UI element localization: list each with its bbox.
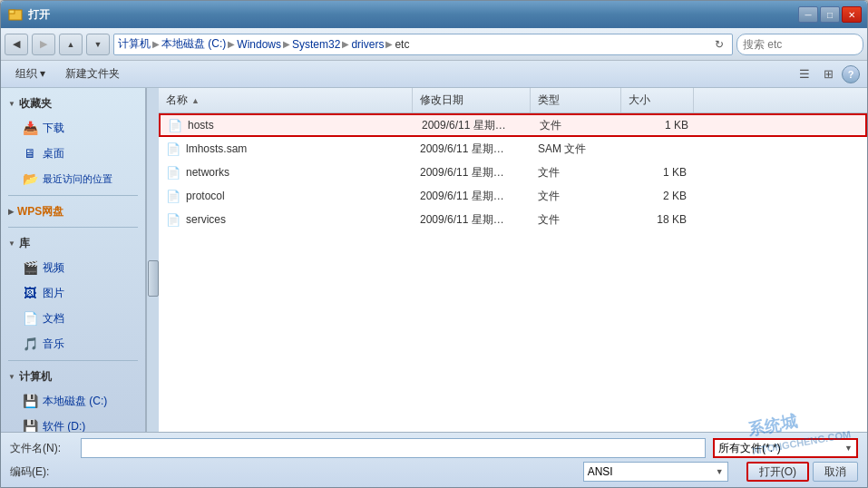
file-cell-date: 2009/6/11 星期…: [413, 208, 531, 231]
file-cell-size: 18 KB: [621, 208, 694, 231]
wps-header[interactable]: ▶ WPS网盘: [1, 200, 145, 223]
sidebar-divider-2: [8, 227, 138, 228]
filename-label: 文件名(N):: [10, 441, 73, 456]
wps-label: WPS网盘: [17, 204, 63, 220]
breadcrumb-current: etc: [395, 38, 409, 51]
title-text: 打开: [28, 7, 50, 23]
open-button[interactable]: 打开(O): [746, 462, 809, 482]
file-row[interactable]: 📄 networks 2009/6/11 星期… 文件 1 KB: [159, 161, 867, 184]
video-icon: 🎬: [23, 260, 37, 275]
file-cell-type: 文件: [531, 208, 621, 231]
sidebar-item-docs[interactable]: 📄 文档: [1, 306, 145, 331]
organize-toolbar: 组织 ▾ 新建文件夹 ☰ ⊞ ?: [1, 61, 867, 88]
file-cell-type: 文件: [531, 184, 621, 208]
file-name: protocol: [186, 190, 225, 202]
sidebar-item-docs-label: 文档: [43, 311, 64, 327]
back-button[interactable]: ◀: [5, 34, 28, 55]
up-button[interactable]: ▲: [59, 34, 83, 55]
file-cell-size: 2 KB: [621, 184, 694, 208]
file-row[interactable]: 📄 protocol 2009/6/11 星期… 文件 2 KB: [159, 184, 867, 208]
sidebar-scroll-thumb[interactable]: [148, 260, 159, 297]
maximize-button[interactable]: □: [820, 6, 840, 23]
sidebar-item-d-drive[interactable]: 💾 软件 (D:): [1, 414, 145, 432]
file-cell-date: 2009/6/11 星期…: [414, 115, 532, 135]
col-header-size[interactable]: 大小: [621, 88, 694, 112]
desktop-icon: 🖥: [23, 146, 37, 161]
computer-header[interactable]: ▼ 计算机: [1, 365, 145, 388]
file-cell-date: 2009/6/11 星期…: [413, 184, 531, 208]
favorites-header[interactable]: ▼ 收藏夹: [1, 92, 145, 115]
filetype-dropdown[interactable]: 所有文件(*.*) ▼: [713, 438, 858, 458]
encoding-dropdown[interactable]: ANSI ▼: [583, 462, 728, 482]
file-name: lmhosts.sam: [186, 142, 247, 155]
file-name: networks: [186, 166, 229, 179]
col-header-date[interactable]: 修改日期: [413, 88, 531, 112]
file-cell-name: 📄 hosts: [161, 115, 414, 135]
breadcrumb-drivers[interactable]: drivers: [351, 38, 384, 51]
minimize-button[interactable]: ─: [798, 6, 818, 23]
sidebar-item-desktop[interactable]: 🖥 桌面: [1, 141, 145, 166]
main-content: ▼ 收藏夹 📥 下载 🖥 桌面 📂 最近访问的位置: [1, 88, 867, 432]
forward-button[interactable]: ▶: [32, 34, 55, 55]
view-toggle-button[interactable]: ⊞: [818, 64, 838, 84]
sidebar-item-recent[interactable]: 📂 最近访问的位置: [1, 166, 145, 191]
wps-triangle: ▶: [8, 208, 14, 216]
sidebar-item-downloads-label: 下载: [43, 121, 64, 136]
encoding-label: 编码(E):: [10, 464, 73, 480]
refresh-button[interactable]: ↻: [710, 35, 728, 54]
filetype-dropdown-arrow: ▼: [844, 444, 853, 453]
file-row[interactable]: 📄 lmhosts.sam 2009/6/11 星期… SAM 文件: [159, 137, 867, 161]
breadcrumb-drive[interactable]: 本地磁盘 (C:): [161, 36, 226, 52]
view-options-button[interactable]: ☰: [795, 64, 814, 84]
breadcrumb-system32[interactable]: System32: [292, 38, 340, 51]
col-header-type[interactable]: 类型: [531, 88, 621, 112]
file-icon: 📄: [166, 142, 180, 156]
sidebar-item-pictures[interactable]: 🖼 图片: [1, 280, 145, 306]
sidebar-item-video-label: 视频: [43, 260, 64, 276]
docs-icon: 📄: [23, 311, 37, 326]
search-input[interactable]: [743, 38, 868, 51]
breadcrumb: 计算机 ▶ 本地磁盘 (C:) ▶ Windows ▶ System32 ▶ d…: [118, 36, 710, 52]
address-bar[interactable]: 计算机 ▶ 本地磁盘 (C:) ▶ Windows ▶ System32 ▶ d…: [113, 34, 733, 55]
encoding-dropdown-arrow: ▼: [716, 467, 724, 476]
breadcrumb-computer[interactable]: 计算机: [118, 36, 151, 52]
sidebar-scrollbar[interactable]: [146, 88, 159, 432]
close-button[interactable]: ✕: [842, 6, 862, 23]
breadcrumb-windows[interactable]: Windows: [237, 38, 281, 51]
library-header[interactable]: ▼ 库: [1, 231, 145, 255]
cancel-button[interactable]: 取消: [813, 462, 858, 482]
recent-button[interactable]: ▼: [86, 34, 110, 55]
encoding-value: ANSI: [588, 465, 613, 478]
filetype-value: 所有文件(*.*): [718, 441, 781, 456]
computer-label: 计算机: [19, 369, 52, 385]
sidebar-item-recent-label: 最近访问的位置: [43, 172, 112, 186]
computer-section: ▼ 计算机 💾 本地磁盘 (C:) 💾 软件 (D:): [1, 365, 145, 432]
favorites-label: 收藏夹: [19, 96, 52, 112]
sidebar-item-c-drive[interactable]: 💾 本地磁盘 (C:): [1, 388, 145, 414]
file-row[interactable]: 📄 services 2009/6/11 星期… 文件 18 KB: [159, 208, 867, 231]
action-buttons: 打开(O) 取消: [746, 462, 858, 482]
sidebar-item-downloads[interactable]: 📥 下载: [1, 115, 145, 141]
file-icon: 📄: [166, 165, 180, 180]
help-button[interactable]: ?: [842, 65, 860, 83]
file-cell-size: 1 KB: [623, 115, 696, 135]
col-header-name[interactable]: 名称 ▲: [159, 88, 413, 112]
c-drive-icon: 💾: [23, 394, 37, 408]
col-name-label: 名称: [166, 93, 188, 108]
file-cell-type: SAM 文件: [531, 137, 621, 161]
filename-input[interactable]: [81, 438, 706, 458]
new-folder-button[interactable]: 新建文件夹: [58, 64, 127, 84]
sort-arrow: ▲: [191, 96, 200, 105]
file-area: 名称 ▲ 修改日期 类型 大小 📄 hosts 2009/6/11 星期…: [159, 88, 867, 432]
file-row[interactable]: 📄 hosts 2009/6/11 星期… 文件 1 KB: [159, 113, 867, 137]
sidebar-item-video[interactable]: 🎬 视频: [1, 255, 145, 280]
file-icon: 📄: [166, 189, 180, 203]
file-icon: 📄: [166, 212, 180, 227]
bottom-bar: 文件名(N): 所有文件(*.*) ▼ 编码(E): ANSI ▼ 打开(O) …: [1, 432, 867, 487]
organize-button[interactable]: 组织 ▾: [8, 64, 53, 84]
nav-toolbar: ◀ ▶ ▲ ▼ 计算机 ▶ 本地磁盘 (C:) ▶ Windows ▶ Syst…: [1, 28, 867, 61]
sidebar-item-music[interactable]: 🎵 音乐: [1, 331, 145, 356]
search-box[interactable]: 🔍: [736, 34, 863, 55]
file-cell-name: 📄 protocol: [159, 184, 413, 208]
filename-row: 文件名(N): 所有文件(*.*) ▼: [10, 438, 858, 458]
